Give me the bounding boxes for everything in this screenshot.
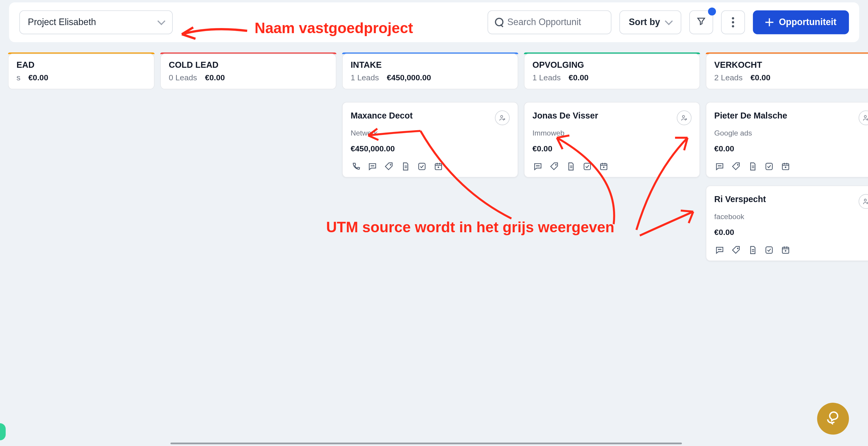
card-source: Netwerk (350, 129, 509, 137)
opportunity-card[interactable]: Jonas De VisserImmoweb€0.00 (524, 102, 700, 177)
chevron-down-icon (157, 17, 165, 25)
card-source: Immoweb (532, 129, 691, 137)
column-title: EAD (17, 60, 146, 69)
left-edge-indicator (0, 423, 6, 440)
project-select[interactable]: Project Elisabeth (20, 10, 173, 34)
card-value: €0.00 (714, 144, 868, 153)
toolbar: Project Elisabeth Sort by (9, 2, 859, 42)
card-list: Jonas De VisserImmoweb€0.00 (524, 102, 700, 177)
card-source: facebook (714, 212, 868, 221)
column-value: €450,000.00 (387, 73, 431, 82)
column-leads: 1 Leads (532, 73, 561, 82)
card-actions (714, 245, 868, 255)
card-actions (350, 161, 509, 171)
column-value: €0.00 (28, 73, 48, 82)
column-ead: EAD s €0.00 (8, 53, 155, 261)
chat-fab[interactable] (817, 403, 849, 435)
column-header[interactable]: INTAKE 1 Leads €450,000.00 (342, 54, 519, 89)
card-list: Maxance DecotNetwerk€450,000.00 (342, 102, 519, 177)
filter-icon (696, 16, 706, 29)
cal-icon[interactable] (780, 161, 790, 171)
column-leads: 2 Leads (714, 73, 743, 82)
search-icon (495, 18, 503, 27)
cal-icon[interactable] (598, 161, 609, 171)
doc-icon[interactable] (747, 161, 757, 171)
unassigned-user-icon[interactable] (859, 111, 868, 125)
phone-icon[interactable] (350, 161, 361, 171)
unassigned-user-icon[interactable] (677, 111, 692, 125)
card-value: €0.00 (714, 228, 868, 236)
chat-icon[interactable] (714, 161, 724, 171)
chat-icon[interactable] (367, 161, 377, 171)
cal-icon[interactable] (780, 245, 790, 255)
tag-icon[interactable] (731, 161, 741, 171)
filter-active-badge (708, 7, 716, 16)
column-verkocht: VERKOCHT 2 Leads €0.00 Pieter De Malsche… (706, 53, 868, 261)
plus-icon (765, 18, 773, 26)
tag-icon[interactable] (383, 161, 394, 171)
card-name: Ri Verspecht (714, 194, 766, 204)
column-header[interactable]: COLD LEAD 0 Leads €0.00 (160, 54, 337, 89)
column-header[interactable]: OPVOLGING 1 Leads €0.00 (524, 54, 700, 89)
chat-icon (825, 411, 841, 426)
unassigned-user-icon[interactable] (859, 194, 868, 209)
card-value: €0.00 (532, 144, 691, 153)
column-title: OPVOLGING (532, 60, 691, 69)
column-opvolging: OPVOLGING 1 Leads €0.00 Jonas De VisserI… (524, 53, 700, 261)
column-value: €0.00 (568, 73, 589, 82)
tag-icon[interactable] (731, 245, 741, 255)
doc-icon[interactable] (400, 161, 410, 171)
column-intake: INTAKE 1 Leads €450,000.00 Maxance Decot… (342, 53, 519, 261)
opportunity-card[interactable]: Maxance DecotNetwerk€450,000.00 (342, 102, 519, 177)
column-title: VERKOCHT (714, 60, 868, 69)
kanban-board: EAD s €0.00 COLD LEAD 0 Leads €0.00 (8, 42, 868, 261)
column-leads: 1 Leads (350, 73, 379, 82)
unassigned-user-icon[interactable] (495, 111, 510, 125)
more-vertical-icon (732, 17, 734, 27)
card-name: Pieter De Malsche (714, 111, 787, 120)
search-input[interactable] (507, 17, 604, 27)
check-icon[interactable] (764, 161, 774, 171)
check-icon[interactable] (416, 161, 427, 171)
column-title: INTAKE (350, 60, 509, 69)
check-icon[interactable] (582, 161, 592, 171)
cal-icon[interactable] (433, 161, 443, 171)
sort-button[interactable]: Sort by (619, 10, 681, 34)
search-box[interactable] (487, 10, 611, 34)
column-value: €0.00 (205, 73, 225, 82)
card-actions (532, 161, 691, 171)
horizontal-scrollbar[interactable] (170, 442, 796, 445)
doc-icon[interactable] (565, 161, 576, 171)
chat-icon[interactable] (714, 245, 724, 255)
add-opportunity-label: Opportuniteit (779, 17, 836, 27)
column-cold-lead: COLD LEAD 0 Leads €0.00 (160, 53, 337, 261)
chevron-down-icon (664, 17, 673, 25)
filter-button[interactable] (689, 10, 713, 34)
column-leads: s (17, 73, 20, 82)
opportunity-card[interactable]: Ri Verspechtfacebook€0.00 (706, 185, 868, 261)
card-actions (714, 161, 868, 171)
card-list: Pieter De MalscheGoogle ads€0.00Ri Versp… (706, 102, 868, 261)
card-name: Jonas De Visser (532, 111, 598, 120)
column-header[interactable]: VERKOCHT 2 Leads €0.00 (706, 54, 868, 89)
tag-icon[interactable] (549, 161, 559, 171)
opportunity-card[interactable]: Pieter De MalscheGoogle ads€0.00 (706, 102, 868, 177)
project-select-label: Project Elisabeth (28, 17, 96, 27)
sort-label: Sort by (629, 17, 660, 27)
card-value: €450,000.00 (350, 144, 509, 153)
check-icon[interactable] (764, 245, 774, 255)
card-source: Google ads (714, 129, 868, 137)
column-header[interactable]: EAD s €0.00 (8, 54, 155, 89)
doc-icon[interactable] (747, 245, 757, 255)
column-leads: 0 Leads (169, 73, 197, 82)
add-opportunity-button[interactable]: Opportuniteit (753, 10, 849, 34)
column-title: COLD LEAD (169, 60, 328, 69)
more-button[interactable] (721, 10, 745, 34)
chat-icon[interactable] (532, 161, 542, 171)
column-value: €0.00 (750, 73, 771, 82)
card-name: Maxance Decot (350, 111, 412, 120)
